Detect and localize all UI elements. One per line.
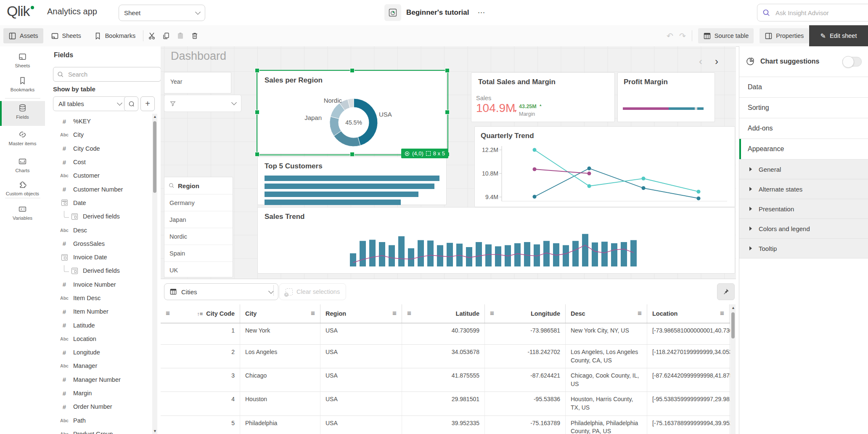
sales-bar[interactable]	[611, 243, 617, 266]
sales-bar[interactable]	[601, 242, 608, 266]
sales-bar[interactable]	[389, 245, 395, 266]
sidebar-item-custom-objects[interactable]: Custom objects	[0, 178, 45, 205]
data-point[interactable]	[533, 168, 537, 171]
fields-scrollbar[interactable]: ▲ ▼	[152, 114, 157, 434]
delete-icon[interactable]	[189, 30, 201, 42]
search-input[interactable]	[775, 9, 852, 17]
field-item[interactable]: #Order Number	[45, 400, 153, 413]
data-point[interactable]	[587, 184, 591, 188]
more-options-icon[interactable]: ⋯	[478, 8, 486, 17]
sidebar-item-bookmarks[interactable]: Bookmarks	[0, 74, 45, 97]
total-sales-margin-kpi[interactable]: Total Sales and Margin Sales 104.9M ▾ 43…	[471, 72, 615, 122]
table-row[interactable]: 4HoustonUSA29.981501-95.53836Houston, Ha…	[161, 392, 730, 415]
cut-icon[interactable]	[146, 30, 158, 42]
add-field-button[interactable]: +	[140, 96, 155, 111]
sales-bar[interactable]	[563, 245, 569, 266]
customer-bar[interactable]	[265, 192, 418, 197]
fields-search-input[interactable]	[67, 71, 145, 78]
app-icon[interactable]	[384, 4, 401, 21]
table-row[interactable]: 5PhiladelphiaUSA39.952335-75.163789Phila…	[161, 416, 730, 434]
field-item[interactable]: #Longitude	[45, 346, 153, 359]
sidebar-item-variables[interactable]: x =Variables	[0, 202, 45, 226]
sheet-selector-dropdown[interactable]: Sheet	[119, 5, 205, 21]
sales-bar[interactable]	[379, 242, 385, 266]
region-filter-value[interactable]: Spain	[164, 245, 233, 261]
trend-line[interactable]	[535, 168, 699, 198]
assets-button[interactable]: Assets	[3, 28, 43, 43]
sales-bar[interactable]	[476, 242, 482, 266]
sales-bar[interactable]	[350, 253, 356, 266]
sheets-button[interactable]: Sheets	[46, 28, 86, 43]
field-item[interactable]: #Customer Number	[45, 182, 153, 196]
properties-section-add-ons[interactable]: Add-ons	[739, 118, 868, 139]
column-menu-icon[interactable]: ≡	[720, 309, 724, 318]
field-item[interactable]: #Invoice Number	[45, 278, 153, 291]
pin-button[interactable]	[717, 283, 735, 300]
sales-trend-chart[interactable]: Sales Trend	[257, 207, 735, 274]
app-title[interactable]: Beginner's tutorial	[406, 8, 469, 17]
field-item[interactable]: AbcPath	[45, 414, 153, 427]
table-row[interactable]: 1New YorkUSA40.730599-73.986581New York …	[161, 323, 730, 345]
field-item[interactable]: Derived fields	[45, 210, 153, 223]
appearance-item-presentation[interactable]: Presentation	[739, 199, 868, 219]
column-menu-icon[interactable]: ≡	[407, 309, 411, 318]
table-row[interactable]: 3ChicagoUSA41.875555-87.624421Chicago, C…	[161, 368, 730, 392]
filter-dropdown[interactable]	[164, 95, 241, 112]
paste-icon[interactable]	[175, 30, 186, 42]
data-point[interactable]	[642, 177, 646, 181]
margin-line[interactable]	[353, 245, 634, 262]
trend-line[interactable]	[535, 169, 589, 173]
resize-handle[interactable]	[255, 152, 259, 157]
column-header-desc[interactable]: Desc≡	[566, 304, 647, 323]
properties-section-appearance[interactable]: Appearance	[739, 139, 868, 160]
field-item[interactable]: #Manager Number	[45, 373, 153, 386]
appearance-item-colors-and-legend[interactable]: Colors and legend	[739, 219, 868, 239]
table-selector-dropdown[interactable]: Cities	[164, 283, 278, 300]
column-menu-icon[interactable]: ≡	[490, 309, 494, 318]
resize-handle[interactable]	[255, 110, 259, 114]
region-filter-value[interactable]: UK	[164, 261, 233, 277]
selections-tool-button[interactable]	[124, 96, 138, 111]
properties-section-data[interactable]: Data	[739, 77, 868, 98]
table-scrollbar[interactable]: ▲	[730, 304, 736, 434]
year-filter-pane[interactable]: Year	[164, 72, 231, 93]
properties-section-sorting[interactable]: Sorting	[739, 98, 868, 118]
appearance-item-general[interactable]: General	[739, 160, 868, 179]
data-point[interactable]	[533, 195, 537, 199]
resize-handle[interactable]	[445, 68, 450, 73]
column-menu-icon[interactable]: ≡	[638, 309, 642, 318]
appearance-item-tooltip[interactable]: Tooltip	[739, 239, 868, 258]
resize-handle[interactable]	[350, 152, 355, 157]
column-header-latitude[interactable]: ≡Latitude	[402, 304, 485, 323]
region-filter-value[interactable]: Germany	[164, 194, 233, 211]
sales-bar[interactable]	[447, 243, 453, 266]
sales-bar[interactable]	[514, 243, 521, 266]
sales-bar[interactable]	[572, 241, 579, 266]
region-filter-header[interactable]: Region	[164, 177, 233, 194]
resize-handle[interactable]	[350, 68, 355, 73]
chart-suggestions-toggle[interactable]	[842, 57, 862, 67]
field-item[interactable]: #Cost	[45, 155, 153, 169]
sales-bar[interactable]	[427, 240, 434, 266]
column-menu-icon[interactable]: ≡	[166, 309, 170, 318]
customer-bar[interactable]	[265, 200, 401, 205]
undo-icon[interactable]: ↶	[667, 31, 673, 41]
column-header-city-code[interactable]: ≡↑≡City Code	[161, 304, 240, 323]
profit-margin-gauge[interactable]: Profit Margin	[617, 72, 715, 122]
field-item[interactable]: #GrossSales	[45, 237, 153, 250]
data-point[interactable]	[533, 148, 537, 152]
data-point[interactable]	[587, 172, 591, 176]
data-point[interactable]	[697, 197, 701, 200]
edit-sheet-button[interactable]: ✎ Edit sheet	[809, 25, 868, 46]
sidebar-item-sheets[interactable]: Sheets	[0, 50, 45, 73]
field-item[interactable]: Date	[45, 196, 153, 210]
sales-bar[interactable]	[408, 248, 414, 266]
field-item[interactable]: AbcProduct Group	[45, 427, 153, 434]
field-item[interactable]: Derived fields	[45, 264, 153, 277]
field-item[interactable]: #Item Number	[45, 305, 153, 318]
field-item[interactable]: AbcCustomer	[45, 169, 153, 182]
column-header-city[interactable]: City≡	[240, 304, 320, 323]
sales-bar[interactable]	[398, 236, 405, 266]
resize-handle[interactable]	[445, 110, 450, 114]
field-item[interactable]: Invoice Date	[45, 250, 153, 264]
